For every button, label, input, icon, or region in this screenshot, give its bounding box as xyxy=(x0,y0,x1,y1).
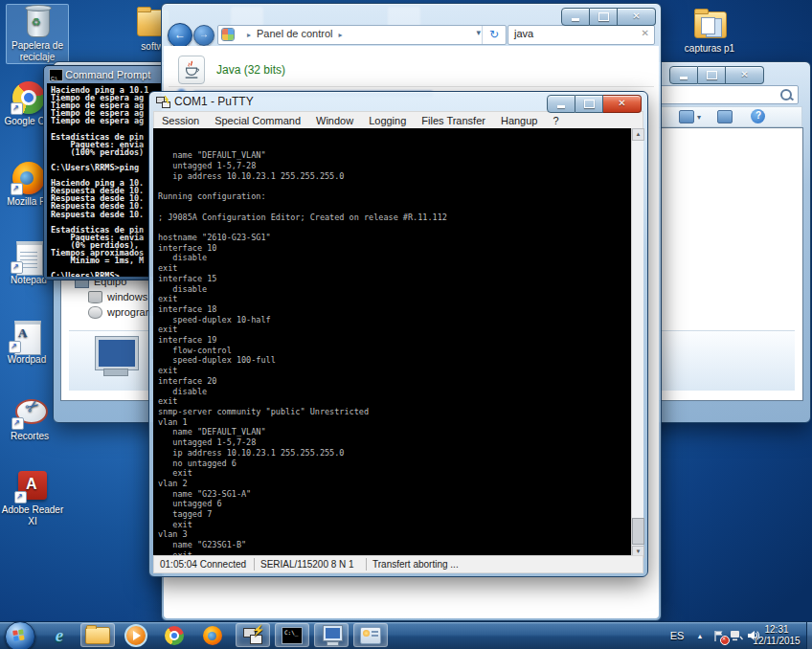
cmd-icon xyxy=(49,69,63,81)
toolbar-layout-button[interactable] xyxy=(717,110,733,123)
terminal-line: ip address 10.10.23.1 255.255.255.0 xyxy=(158,448,631,459)
terminal-line: speed-duplex 100-full xyxy=(158,355,631,366)
search-value: java xyxy=(514,28,533,39)
toolbar-views-button[interactable] xyxy=(679,110,694,123)
snipping-tool-icon xyxy=(11,395,49,430)
show-desktop-button[interactable] xyxy=(806,622,812,649)
terminal-line: vlan 1 xyxy=(158,417,631,428)
putty-window: COM1 - PuTTY Session Special Command Win… xyxy=(148,91,648,577)
java-control-panel-icon xyxy=(360,627,381,644)
minimize-button[interactable] xyxy=(547,95,575,113)
taskbar-java-control-panel[interactable] xyxy=(353,623,388,647)
internet-explorer-icon: e xyxy=(56,625,63,646)
terminal-line: ip address 10.10.23.1 255.255.255.0 xyxy=(158,171,631,182)
show-hidden-icons-button[interactable] xyxy=(691,622,709,649)
close-button[interactable] xyxy=(618,8,656,26)
explorer-search-input[interactable] xyxy=(657,85,799,104)
taskbar: e ⚡ ES 12:31 12/11/2015 xyxy=(0,621,812,649)
network-tray-icon[interactable] xyxy=(728,622,745,649)
desktop-icon-recortes[interactable]: Recortes xyxy=(0,395,59,442)
clock-time: 12:31 xyxy=(764,624,788,636)
terminal-line: exit xyxy=(158,294,631,304)
breadcrumb[interactable]: Panel de control xyxy=(247,28,343,39)
terminal-line: disable xyxy=(158,253,631,263)
action-center-icon[interactable] xyxy=(710,622,728,649)
desktop-icon-wordpad[interactable]: Wordpad xyxy=(0,319,54,366)
notepad-icon xyxy=(10,239,48,274)
terminal-line: ; J9085A Configuration Editor; Created o… xyxy=(158,213,631,223)
cmd-icon xyxy=(282,627,303,644)
maximize-button[interactable] xyxy=(698,66,726,84)
desktop-icon-label: capturas p1 xyxy=(672,43,747,55)
menu-logging[interactable]: Logging xyxy=(361,115,414,126)
terminal-scrollbar[interactable] xyxy=(631,128,643,558)
refresh-icon[interactable] xyxy=(482,26,506,44)
scroll-up-icon[interactable] xyxy=(632,128,644,141)
address-dropdown-icon[interactable] xyxy=(476,28,481,37)
terminal-line xyxy=(158,202,631,213)
taskbar-firefox[interactable] xyxy=(195,623,230,647)
terminal-line: interface 10 xyxy=(158,243,631,254)
taskbar-windows-explorer[interactable] xyxy=(80,623,115,647)
terminal-line: exit xyxy=(158,263,631,274)
terminal-line: disable xyxy=(158,284,631,295)
menu-session[interactable]: Session xyxy=(154,115,207,126)
menu-files-transfer[interactable]: Files Transfer xyxy=(414,115,493,126)
menu-help[interactable]: ? xyxy=(545,115,566,126)
desktop-icon-recycle-bin[interactable]: Papelera de reciclaje xyxy=(6,4,69,64)
restore-button[interactable] xyxy=(575,95,603,113)
clear-search-icon[interactable] xyxy=(642,28,649,38)
taskbar-putty[interactable]: ⚡ xyxy=(236,623,270,647)
start-button[interactable] xyxy=(5,621,35,649)
status-serial: SERIAL/115200 8 N 1 xyxy=(255,558,367,571)
terminal-line: name "DEFAULT_VLAN" xyxy=(158,150,631,161)
taskbar-media-player[interactable] xyxy=(119,623,153,647)
close-button[interactable] xyxy=(726,66,764,84)
terminal-line: name "G23-SG1-A" xyxy=(158,489,631,500)
minimize-button[interactable] xyxy=(561,8,590,26)
java-icon xyxy=(178,56,205,84)
terminal-line: interface 18 xyxy=(158,304,631,315)
taskbar-computer[interactable] xyxy=(314,623,349,647)
clock[interactable]: 12:31 12/11/2015 xyxy=(747,622,806,649)
taskbar-internet-explorer[interactable]: e xyxy=(42,623,77,647)
scrollbar-thumb[interactable] xyxy=(632,518,644,545)
taskbar-chrome[interactable] xyxy=(157,623,192,647)
menu-hangup[interactable]: Hangup xyxy=(493,115,546,126)
java-link[interactable]: Java (32 bits) xyxy=(216,63,285,77)
language-indicator[interactable]: ES xyxy=(665,622,689,649)
terminal-line: disable xyxy=(158,387,631,397)
control-panel-search-input[interactable]: java xyxy=(508,25,655,45)
terminal-line: interface 15 xyxy=(158,274,631,284)
help-icon[interactable] xyxy=(751,109,765,123)
menu-window[interactable]: Window xyxy=(308,115,361,126)
back-button[interactable] xyxy=(168,23,192,48)
control-panel-icon xyxy=(222,29,234,40)
terminal-line: vlan 3 xyxy=(158,529,631,540)
terminal-line: interface 19 xyxy=(158,335,631,346)
maximize-button[interactable] xyxy=(590,8,618,26)
minimize-button[interactable] xyxy=(669,66,698,84)
terminal-line: untagged 1-5,7-28 xyxy=(158,161,631,171)
putty-terminal[interactable]: name "DEFAULT_VLAN" untagged 1-5,7-28 ip… xyxy=(153,128,631,558)
terminal-line: exit xyxy=(158,396,631,407)
terminal-line: no untagged 6 xyxy=(158,459,631,469)
address-bar[interactable]: Panel de control xyxy=(217,25,507,45)
terminal-line: hostname "2610-G23-SG1" xyxy=(158,233,631,243)
desktop-icon-label: Recortes xyxy=(0,431,59,442)
putty-caption-buttons xyxy=(547,95,642,113)
status-connection: 01:05:04 Connected xyxy=(154,558,255,571)
taskbar-command-prompt[interactable] xyxy=(275,623,309,647)
wordpad-icon xyxy=(8,319,46,353)
terminal-line: name "G23SG1-B" xyxy=(158,540,631,550)
putty-statusbar: 01:05:04 Connected SERIAL/115200 8 N 1 T… xyxy=(153,555,643,573)
shortcut-arrow-icon xyxy=(9,341,21,353)
forward-button[interactable] xyxy=(193,25,214,46)
close-button[interactable] xyxy=(603,95,642,113)
adobe-reader-icon xyxy=(13,469,52,504)
desktop-icon-adobe-reader[interactable]: Adobe Reader XI xyxy=(0,469,65,527)
menu-special-command[interactable]: Special Command xyxy=(207,115,308,126)
desktop-icon-capturas-folder[interactable]: capturas p1 xyxy=(672,8,747,55)
desktop-icon-label: Papelera de reciclaje xyxy=(7,40,68,63)
java-result-row[interactable]: Java (32 bits) xyxy=(178,56,285,84)
